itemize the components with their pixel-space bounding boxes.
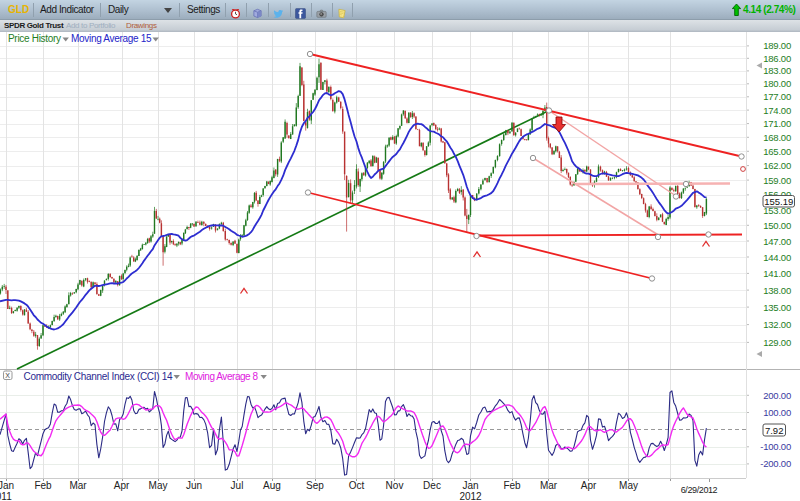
- svg-text:162.00: 162.00: [763, 160, 791, 171]
- svg-text:Moving Average 15: Moving Average 15: [71, 33, 152, 44]
- svg-text:100.00: 100.00: [763, 407, 791, 418]
- svg-text:Aug: Aug: [263, 480, 281, 491]
- svg-text:Apr: Apr: [581, 480, 597, 491]
- svg-text:Jun: Jun: [186, 480, 202, 491]
- svg-text:132.00: 132.00: [763, 319, 791, 330]
- svg-text:7.92: 7.92: [765, 425, 784, 436]
- svg-text:Nov: Nov: [386, 480, 404, 491]
- svg-text:165.00: 165.00: [763, 146, 791, 157]
- svg-text:6/29/2012: 6/29/2012: [681, 485, 718, 495]
- svg-text:Price History: Price History: [8, 33, 61, 44]
- svg-text:180.00: 180.00: [763, 78, 791, 89]
- svg-text:Jan: Jan: [0, 480, 14, 491]
- svg-text:189.00: 189.00: [763, 40, 791, 51]
- svg-text:Feb: Feb: [503, 480, 521, 491]
- svg-text:May: May: [619, 480, 638, 491]
- svg-text:-100.00: -100.00: [760, 441, 791, 452]
- svg-text:147.00: 147.00: [763, 236, 791, 247]
- svg-text:2012: 2012: [459, 491, 482, 501]
- svg-text:159.00: 159.00: [763, 175, 791, 186]
- svg-text:171.00: 171.00: [763, 118, 791, 129]
- svg-text:X: X: [5, 372, 10, 379]
- svg-text:Apr: Apr: [114, 480, 130, 491]
- svg-text:-200.00: -200.00: [760, 458, 791, 469]
- svg-text:Feb: Feb: [34, 480, 52, 491]
- svg-text:Moving Average 8: Moving Average 8: [185, 371, 259, 382]
- svg-text:186.00: 186.00: [763, 53, 791, 64]
- svg-text:155.19: 155.19: [764, 196, 793, 207]
- svg-text:Mar: Mar: [69, 480, 87, 491]
- svg-text:183.00: 183.00: [763, 65, 791, 76]
- svg-text:Dec: Dec: [423, 480, 441, 491]
- svg-text:141.00: 141.00: [763, 268, 791, 279]
- svg-text:Sep: Sep: [306, 480, 324, 491]
- svg-text:May: May: [149, 480, 168, 491]
- svg-text:129.00: 129.00: [763, 337, 791, 348]
- svg-text:Commodity Channel Index (CCI): Commodity Channel Index (CCI) 14: [24, 371, 174, 382]
- svg-text:135.00: 135.00: [763, 302, 791, 313]
- svg-text:150.00: 150.00: [763, 220, 791, 231]
- svg-text:Jul: Jul: [231, 480, 244, 491]
- svg-text:174.00: 174.00: [763, 105, 791, 116]
- svg-text:138.00: 138.00: [763, 285, 791, 296]
- svg-text:200.00: 200.00: [763, 390, 791, 401]
- svg-text:Oct: Oct: [349, 480, 365, 491]
- svg-text:177.00: 177.00: [763, 91, 791, 102]
- svg-text:Mar: Mar: [540, 480, 558, 491]
- svg-text:168.00: 168.00: [763, 132, 791, 143]
- svg-text:144.00: 144.00: [763, 252, 791, 263]
- svg-text:2011: 2011: [0, 491, 12, 501]
- svg-text:Jan: Jan: [462, 480, 478, 491]
